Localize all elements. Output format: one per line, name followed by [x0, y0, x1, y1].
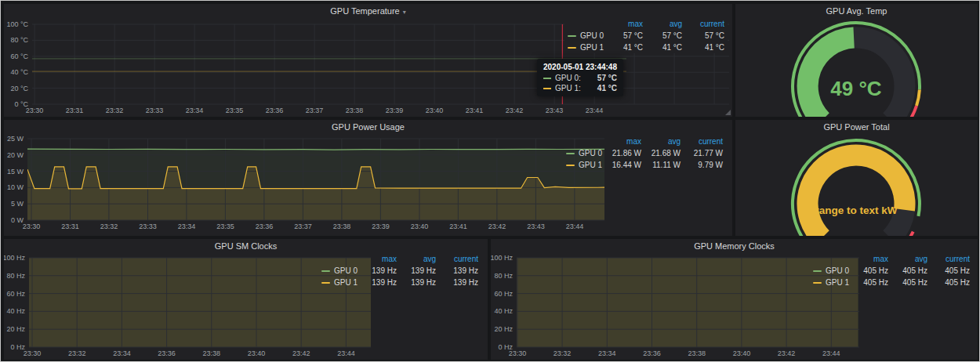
legend-value: 139 Hz — [439, 266, 478, 275]
panel-title-gpu-sm-clocks[interactable]: GPU SM Clocks — [4, 239, 488, 254]
series-color-dash — [566, 153, 575, 154]
legend-gpu-power: max avg current GPU 0 21.86 W 21.68 W 21… — [563, 136, 726, 171]
gpu-avg-temp-gauge: 49 °C — [735, 19, 978, 117]
svg-text:5 W: 5 W — [11, 200, 24, 208]
svg-text:23:39: 23:39 — [386, 107, 404, 114]
gpu-power-total-gauge: range to text kW — [735, 135, 978, 236]
legend-value: 57 °C — [607, 31, 643, 40]
panel-title-gpu-power-total[interactable]: GPU Power Total — [735, 120, 978, 135]
svg-text:23:38: 23:38 — [688, 349, 706, 357]
svg-text:10 W: 10 W — [7, 183, 24, 191]
series-color-dash — [813, 282, 822, 284]
svg-text:23:30: 23:30 — [23, 223, 41, 230]
legend-value: 21.77 W — [684, 149, 723, 157]
series-color-dash — [813, 270, 822, 272]
svg-text:23:43: 23:43 — [546, 107, 564, 114]
panel-title-gpu-power-usage[interactable]: GPU Power Usage — [4, 120, 732, 135]
legend-header-current: current — [931, 255, 970, 263]
legend-header-avg: avg — [644, 137, 681, 146]
legend-value: 405 Hz — [891, 266, 927, 275]
legend-value: 405 Hz — [852, 266, 888, 275]
legend-value: 41 °C — [685, 43, 724, 52]
legend-series-gpu1[interactable]: GPU 1 — [813, 278, 849, 287]
svg-text:25 W: 25 W — [7, 135, 24, 143]
panel-resize-handle[interactable] — [725, 110, 731, 115]
svg-text:23:32: 23:32 — [68, 349, 86, 357]
legend-gpu-memory-clocks: max avg current GPU 0 405 Hz 405 Hz 405 … — [810, 253, 973, 288]
legend-value: 41 °C — [607, 43, 643, 52]
svg-text:23:42: 23:42 — [778, 349, 796, 357]
legend-header-max: max — [607, 20, 643, 28]
series-color-dash — [321, 282, 330, 284]
svg-text:23:41: 23:41 — [449, 223, 467, 230]
panel-title-gpu-temperature[interactable]: GPU Temperature▾ — [4, 4, 732, 19]
legend-header-current: current — [685, 20, 724, 28]
svg-text:23:40: 23:40 — [248, 349, 266, 357]
legend-header-current: current — [684, 137, 723, 146]
legend-value: 21.68 W — [644, 149, 681, 157]
svg-text:15 W: 15 W — [7, 168, 24, 176]
svg-text:23:40: 23:40 — [411, 223, 429, 230]
legend-value: 139 Hz — [361, 266, 397, 275]
legend-header-current: current — [439, 255, 478, 263]
svg-text:20 Hz: 20 Hz — [6, 325, 25, 333]
panel-title-gpu-avg-temp[interactable]: GPU Avg. Temp — [735, 4, 978, 19]
panel-title-gpu-memory-clocks[interactable]: GPU Memory Clocks — [491, 239, 978, 254]
svg-text:23:40: 23:40 — [733, 349, 751, 357]
svg-text:23:44: 23:44 — [822, 349, 840, 357]
legend-value: 405 Hz — [891, 278, 927, 287]
legend-series-gpu1[interactable]: GPU 1 — [321, 278, 358, 287]
legend-series-gpu1[interactable]: GPU 1 — [568, 43, 604, 52]
svg-text:23:34: 23:34 — [178, 223, 196, 230]
svg-text:23:36: 23:36 — [643, 349, 661, 357]
svg-text:20 Hz: 20 Hz — [494, 325, 513, 333]
legend-value: 139 Hz — [439, 278, 478, 287]
svg-text:23:35: 23:35 — [216, 223, 234, 230]
svg-text:23:35: 23:35 — [226, 107, 244, 114]
legend-series-gpu0[interactable]: GPU 0 — [321, 266, 358, 275]
tooltip-row: GPU 1:41 °C — [543, 84, 617, 92]
legend-value: 139 Hz — [361, 278, 397, 287]
svg-text:100 Hz: 100 Hz — [491, 254, 513, 262]
svg-text:23:36: 23:36 — [158, 349, 176, 357]
svg-text:23:32: 23:32 — [100, 223, 118, 230]
series-color-dash — [566, 165, 575, 166]
graph-tooltip: 2020-05-01 23:44:48 GPU 0:57 °C GPU 1:41… — [537, 59, 623, 96]
svg-text:23:34: 23:34 — [598, 349, 616, 357]
svg-text:100 Hz: 100 Hz — [4, 254, 25, 262]
legend-series-gpu0[interactable]: GPU 0 — [813, 266, 849, 275]
legend-value: 139 Hz — [400, 266, 436, 275]
legend-header-avg: avg — [400, 255, 436, 263]
legend-series-gpu1[interactable]: GPU 1 — [566, 161, 602, 169]
svg-text:23:30: 23:30 — [509, 349, 527, 357]
svg-text:23:30: 23:30 — [24, 349, 42, 357]
svg-text:23:42: 23:42 — [292, 349, 310, 357]
legend-value: 405 Hz — [852, 278, 888, 287]
legend-series-gpu0[interactable]: GPU 0 — [566, 149, 602, 157]
svg-text:23:44: 23:44 — [337, 349, 355, 357]
svg-text:23:34: 23:34 — [186, 107, 204, 114]
svg-text:60 Hz: 60 Hz — [494, 290, 513, 298]
legend-value: 139 Hz — [400, 278, 436, 287]
series-color-dash — [568, 35, 576, 37]
svg-text:60 °C: 60 °C — [10, 52, 28, 60]
svg-text:23:31: 23:31 — [61, 223, 79, 230]
panel-gpu-memory-clocks: GPU Memory Clocks 0 Hz20 Hz40 Hz60 Hz80 … — [491, 239, 978, 360]
svg-text:80 Hz: 80 Hz — [6, 272, 25, 280]
svg-text:40 Hz: 40 Hz — [494, 307, 513, 315]
svg-text:23:42: 23:42 — [506, 107, 524, 114]
panel-title-text: GPU Temperature — [330, 6, 399, 16]
svg-text:23:42: 23:42 — [488, 223, 506, 230]
svg-text:80 °C: 80 °C — [10, 36, 28, 44]
panel-gpu-temperature: GPU Temperature▾ 0 °C20 °C40 °C60 °C80 °… — [4, 4, 732, 117]
tooltip-time: 2020-05-01 23:44:48 — [543, 63, 617, 71]
legend-value: 9.79 W — [684, 161, 723, 169]
legend-header-avg: avg — [891, 255, 927, 263]
svg-text:23:31: 23:31 — [66, 107, 84, 114]
legend-series-gpu0[interactable]: GPU 0 — [568, 31, 604, 40]
svg-text:23:40: 23:40 — [426, 107, 444, 114]
tooltip-row: GPU 0:57 °C — [543, 74, 617, 82]
svg-text:20 °C: 20 °C — [10, 85, 28, 92]
svg-text:23:34: 23:34 — [113, 349, 131, 357]
svg-text:23:37: 23:37 — [294, 223, 312, 230]
